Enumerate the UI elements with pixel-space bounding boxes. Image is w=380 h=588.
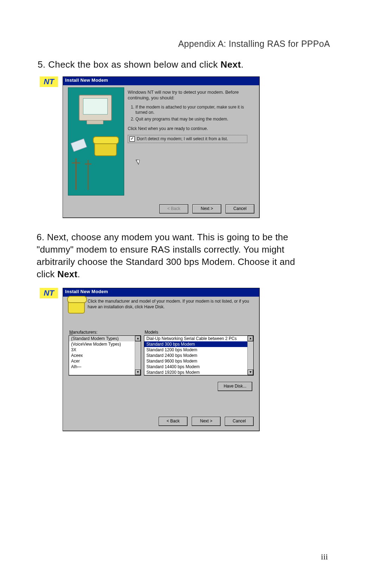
next-button[interactable]: Next > [192, 417, 221, 426]
manufacturers-listbox[interactable]: (Standard Modem Types) (VoiceView Modem … [69, 335, 141, 376]
modem-wizard-illustration-icon [68, 87, 124, 196]
nt-badge-icon: NT [40, 76, 58, 87]
install-new-modem-dialog-1: Install New Modem Windows NT will now tr… [63, 76, 260, 218]
list-item[interactable]: Dial-Up Networking Serial Cable between … [144, 336, 253, 341]
page-number: iii [321, 552, 328, 562]
manufacturers-label: MManufacturers:anufacturers: [69, 330, 97, 335]
step-6-next-bold: Next [57, 269, 77, 279]
cancel-button[interactable]: Cancel [225, 417, 254, 426]
step-6-line1: Next, choose any modem you want. This is… [47, 232, 289, 242]
have-disk-button-row: Have Disk... [218, 382, 252, 391]
scroll-up-icon[interactable]: ▲ [135, 336, 141, 341]
scroll-down-icon[interactable]: ▼ [248, 370, 253, 375]
monitor-icon [79, 95, 112, 121]
document-page: Appendix A: Installing RAS for PPPoA 5. … [0, 0, 380, 588]
list-item[interactable]: (VoiceView Modem Types) [69, 341, 141, 347]
scroll-down-icon[interactable]: ▼ [135, 370, 141, 375]
dont-detect-modem-checkbox-row[interactable]: ✓ Don't detect my modem; I will select i… [128, 135, 247, 143]
card-icon [71, 138, 87, 152]
step-6-line3: arbitrarily choose the Standard 300 bps … [37, 256, 295, 267]
dialog1-instruction-list: If the modem is attached to your compute… [135, 105, 254, 122]
step-6-line4a: click [37, 269, 57, 279]
list-item-selected[interactable]: Standard 300 bps Modem [144, 341, 253, 347]
scroll-up-icon[interactable]: ▲ [248, 336, 253, 341]
back-button: < Back [159, 204, 188, 213]
list-item[interactable]: 3X [69, 347, 141, 353]
step-5-next-bold: Next [221, 59, 241, 70]
list-item[interactable]: Standard 2400 bps Modem [144, 353, 253, 358]
mouse-cursor-icon [137, 159, 142, 166]
list-item[interactable]: Standard 9600 bps Modem [144, 358, 253, 364]
list-item[interactable]: Acer [69, 358, 141, 364]
step-5-text: 5. Check the box as shown below and clic… [38, 59, 243, 70]
step-5-end: . [241, 59, 244, 70]
cancel-button[interactable]: Cancel [226, 204, 254, 213]
running-header: Appendix A: Installing RAS for PPPoA [178, 39, 330, 49]
checkbox-checked-icon[interactable]: ✓ [129, 136, 135, 142]
list-item[interactable]: Standard 19200 bps Modem [144, 370, 253, 375]
step-6-line2: "dummy" modem to ensure RAS installs cor… [37, 244, 284, 255]
dialog2-button-row: < Back Next > Cancel [159, 417, 254, 426]
step-5-number: 5. [38, 59, 45, 70]
list-item[interactable]: Standard 14400 bps Modem [144, 364, 253, 370]
dialog1-body: Windows NT will now try to detect your m… [128, 87, 254, 143]
dialog2-titlebar: Install New Modem [63, 288, 259, 297]
monitor-base-icon [87, 120, 103, 124]
dialog1-ready-text: Click Next when you are ready to continu… [128, 126, 254, 131]
telephone-pole-icon [75, 158, 77, 190]
telephone-icon [94, 141, 117, 156]
dialog1-instruction-1: If the modem is attached to your compute… [135, 105, 254, 115]
dialog1-titlebar: Install New Modem [63, 77, 259, 85]
models-listbox[interactable]: Dial-Up Networking Serial Cable between … [144, 335, 254, 376]
step-6-number: 6. [37, 232, 44, 242]
nt-badge-icon: NT [40, 288, 58, 298]
install-new-modem-dialog-2: Install New Modem Click the manufacturer… [63, 288, 260, 431]
telephone-pole-icon [88, 160, 89, 190]
dialog1-button-row: < Back Next > Cancel [159, 204, 254, 213]
dialog1-intro-text: Windows NT will now try to detect your m… [128, 89, 254, 101]
step-6-text: 6. Next, choose any modem you want. This… [37, 231, 331, 280]
step-5-body: Check the box as shown below and click [48, 59, 221, 70]
list-item[interactable]: Aceex [69, 353, 141, 358]
list-item[interactable]: Alh— [69, 364, 141, 370]
vertical-scrollbar[interactable]: ▲ ▼ [135, 336, 141, 375]
vertical-scrollbar[interactable]: ▲ ▼ [247, 336, 253, 375]
dont-detect-modem-label: Don't detect my modem; I will select it … [137, 136, 228, 142]
have-disk-button[interactable]: Have Disk... [218, 382, 252, 391]
list-item[interactable]: Standard 1200 bps Modem [144, 347, 253, 353]
dialog1-instruction-2: Quit any programs that may be using the … [135, 117, 254, 122]
back-button[interactable]: < Back [159, 417, 188, 426]
dialog2-intro-text: Click the manufacturer and model of your… [88, 299, 253, 310]
next-button[interactable]: Next > [192, 204, 221, 213]
list-item[interactable]: (Standard Modem Types) [69, 336, 141, 341]
telephone-icon [68, 299, 85, 314]
models-label: Models [145, 330, 158, 335]
step-6-line4c: . [77, 269, 80, 279]
